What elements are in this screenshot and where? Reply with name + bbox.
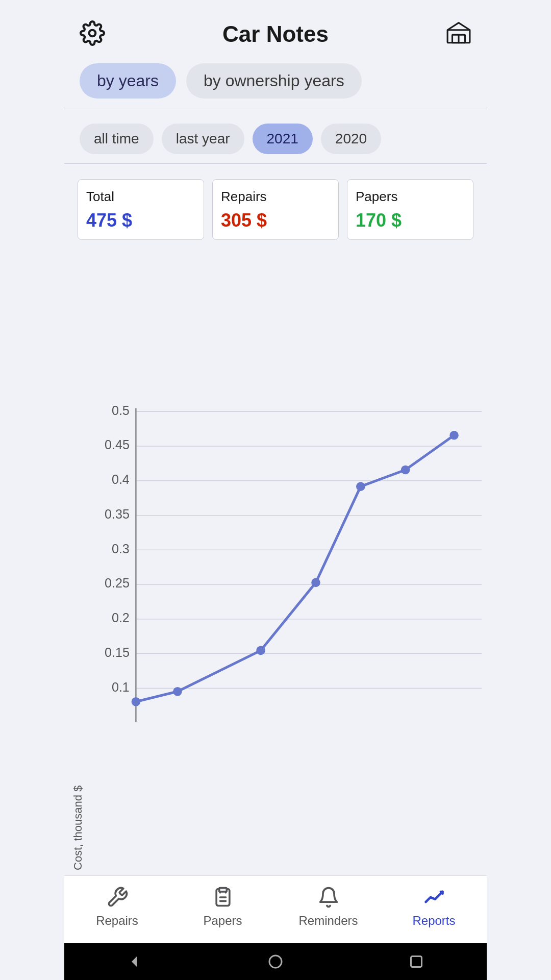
svg-text:0.3: 0.3 [112,542,130,556]
chart-point [401,465,410,475]
svg-text:0.15: 0.15 [105,645,130,659]
page-title: Car Notes [222,21,329,47]
svg-point-0 [89,30,96,37]
filter-last-year[interactable]: last year [162,124,244,154]
svg-text:0.35: 0.35 [105,507,130,521]
home-button[interactable] [266,952,285,971]
nav-papers[interactable]: Papers [170,881,276,933]
nav-papers-label: Papers [203,914,242,928]
chart-line [136,435,454,702]
card-repairs-value: 305 $ [221,210,330,231]
chart-point [256,646,265,655]
nav-reports-label: Reports [412,914,455,928]
nav-repairs[interactable]: Repairs [64,881,170,933]
nav-reminders-label: Reminders [298,914,358,928]
card-papers-value: 170 $ [356,210,465,231]
filter-2020[interactable]: 2020 [321,124,381,154]
svg-text:0.2: 0.2 [112,610,130,625]
card-total-label: Total [86,189,195,205]
chart-svg-wrapper: 0.5 0.45 0.4 0.35 0.3 0.25 0.2 0.15 0.1 [85,260,482,870]
chart-point [311,578,320,587]
car-garage-icon[interactable] [446,20,471,48]
nav-repairs-label: Repairs [96,914,138,928]
card-total-value: 475 $ [86,210,195,231]
svg-text:0.4: 0.4 [112,472,130,486]
recents-button[interactable] [407,952,425,971]
chart-point [132,697,141,706]
nav-reports[interactable]: Reports [381,881,487,933]
nav-reminders[interactable]: Reminders [276,881,381,933]
chart-point [449,431,459,440]
chart-inner: 0.5 0.45 0.4 0.35 0.3 0.25 0.2 0.15 0.1 [85,260,482,870]
svg-rect-28 [219,888,227,892]
svg-marker-29 [132,957,137,967]
chart-area: Cost, thousand $ 0.5 0.45 0.4 0.35 0.3 0… [64,250,487,875]
bell-icon [317,886,340,911]
chart-point [356,482,365,491]
chart-point [173,687,182,696]
svg-text:0.5: 0.5 [112,403,130,418]
back-button[interactable] [126,952,144,971]
filter-2021[interactable]: 2021 [253,124,313,154]
chart-line-icon [423,886,445,911]
line-chart: 0.5 0.45 0.4 0.35 0.3 0.25 0.2 0.15 0.1 [85,260,482,870]
filter-by-years[interactable]: by years [80,63,176,99]
filter-by-ownership-years[interactable]: by ownership years [186,63,362,99]
svg-text:0.25: 0.25 [105,576,130,590]
clipboard-icon [212,886,234,911]
card-total: Total 475 $ [78,179,204,240]
summary-cards: Total 475 $ Repairs 305 $ Papers 170 $ [64,169,487,250]
card-papers-label: Papers [356,189,465,205]
card-papers: Papers 170 $ [347,179,473,240]
svg-text:0.1: 0.1 [112,680,130,694]
card-repairs: Repairs 305 $ [212,179,339,240]
header: Car Notes [64,0,487,58]
time-filter-row: all time last year 2021 2020 [64,114,487,163]
divider-2 [64,163,487,164]
settings-icon[interactable] [80,20,105,48]
svg-text:0.45: 0.45 [105,437,130,452]
bottom-nav: Repairs Papers Reminders [64,875,487,943]
android-nav-bar [64,943,487,980]
svg-point-30 [269,955,282,968]
svg-rect-31 [411,957,422,967]
filter-all-time[interactable]: all time [80,124,154,154]
wrench-icon [106,886,129,911]
card-repairs-label: Repairs [221,189,330,205]
divider-1 [64,109,487,109]
group-filter-row: by years by ownership years [64,58,487,109]
y-axis-label: Cost, thousand $ [69,260,85,870]
